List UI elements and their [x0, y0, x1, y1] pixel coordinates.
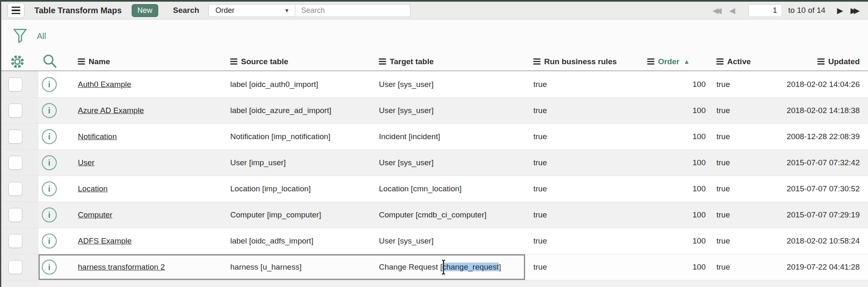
info-icon[interactable]: i [42, 260, 57, 275]
cell-updated[interactable]: 2018-02-02 14:04:26 [774, 71, 868, 97]
cell-target-table[interactable]: Location [cmn_location] [378, 176, 525, 202]
cell-run-business-rules[interactable]: true [525, 202, 643, 228]
column-header-source_table[interactable]: Source table [229, 53, 378, 70]
cell-active[interactable]: true [707, 176, 774, 202]
column-header-active[interactable]: Active [707, 53, 774, 70]
first-page-button[interactable]: ◀◀ [712, 7, 721, 14]
list-personalize-button[interactable] [10, 54, 25, 70]
cell-updated[interactable]: 2008-12-28 22:08:39 [774, 124, 868, 150]
record-name-link[interactable]: ADFS Example [78, 236, 132, 246]
chevron-down-icon: ▼ [284, 7, 289, 14]
cell-source-table[interactable]: label [oidc_auth0_import] [229, 71, 378, 97]
cell-active[interactable]: true [707, 228, 774, 254]
search-column-selected-value: Order [215, 6, 234, 15]
cell-order[interactable]: 100 [643, 176, 707, 202]
column-header-label: Order [658, 57, 680, 66]
record-name-link[interactable]: Notification [78, 132, 117, 141]
cell-updated[interactable]: 2015-07-07 07:30:52 [774, 176, 868, 202]
record-name-link[interactable]: harness transformation 2 [78, 263, 165, 272]
cell-updated[interactable]: 2018-02-02 14:18:38 [774, 98, 868, 123]
row-checkbox[interactable] [8, 260, 22, 274]
cell-active[interactable]: true [707, 202, 774, 228]
cell-active[interactable]: true [707, 98, 774, 123]
info-icon[interactable]: i [42, 181, 57, 196]
cell-order[interactable]: 100 [643, 254, 707, 280]
info-icon[interactable]: i [42, 103, 57, 118]
cell-target-table[interactable]: Computer [cmdb_ci_computer] [378, 202, 525, 228]
cell-run-business-rules[interactable]: true [525, 150, 643, 176]
cell-updated[interactable]: 2015-07-07 07:32:42 [774, 150, 868, 176]
cell-source-table[interactable]: Computer [imp_computer] [229, 202, 378, 228]
row-checkbox[interactable] [8, 77, 22, 92]
record-name-link[interactable]: Auth0 Example [78, 80, 131, 89]
column-header-run_business_rules[interactable]: Run business rules [525, 53, 643, 70]
cell-updated[interactable]: 2019-07-22 04:41:28 [774, 254, 868, 280]
row-checkbox[interactable] [8, 234, 22, 248]
cell-run-business-rules[interactable]: true [525, 98, 643, 123]
cell-active[interactable]: true [707, 124, 774, 150]
filter-toggle-button[interactable] [12, 28, 28, 44]
row-checkbox[interactable] [8, 208, 22, 222]
cell-order[interactable]: 100 [643, 150, 707, 176]
cell-source-table[interactable]: Notification [imp_notification] [229, 124, 378, 150]
info-icon[interactable]: i [42, 129, 57, 144]
cell-order[interactable]: 100 [643, 98, 707, 123]
column-header-updated[interactable]: Updated [774, 53, 868, 70]
cell-run-business-rules[interactable]: true [525, 71, 643, 97]
cell-target-table[interactable]: User [sys_user] [378, 71, 525, 97]
cell-source-table[interactable]: label [oidc_azure_ad_import] [229, 98, 378, 123]
column-header-order[interactable]: Order▲ [643, 53, 707, 70]
cell-updated[interactable]: 2018-02-02 10:58:24 [774, 228, 868, 254]
cell-source-table[interactable]: User [imp_user] [229, 150, 378, 176]
record-name-link[interactable]: Azure AD Example [78, 106, 144, 115]
search-column-select[interactable]: Order ▼ [208, 4, 295, 17]
filter-breadcrumb-all[interactable]: All [37, 31, 46, 41]
cell-order[interactable]: 100 [643, 124, 707, 150]
row-checkbox[interactable] [8, 182, 22, 196]
row-checkbox[interactable] [8, 130, 22, 144]
page-input[interactable] [748, 4, 782, 17]
cell-target-table[interactable]: User [sys_user] [378, 228, 525, 254]
info-icon[interactable]: i [42, 234, 57, 248]
row-checkbox[interactable] [8, 104, 22, 118]
list-context-menu-button[interactable] [7, 3, 24, 18]
cell-source-table[interactable]: label [oidc_adfs_import] [229, 228, 378, 254]
row-checkbox[interactable] [8, 156, 22, 170]
cell-target-table[interactable]: Incident [incident] [378, 124, 525, 150]
table-row: i harness transformation 2 harness [u_ha… [1, 254, 868, 280]
cell-order[interactable]: 100 [643, 228, 707, 254]
info-icon[interactable]: i [42, 155, 57, 170]
cell-updated[interactable]: 2015-07-07 07:29:19 [774, 202, 868, 228]
cell-active[interactable]: true [707, 150, 774, 176]
new-button[interactable]: New [132, 4, 158, 17]
cell-run-business-rules[interactable]: true [525, 124, 643, 150]
cell-run-business-rules[interactable]: true [525, 228, 643, 254]
last-page-button[interactable]: ▶▶ [851, 7, 860, 14]
cell-source-table[interactable]: harness [u_harness] [229, 254, 378, 280]
cell-info: i [39, 228, 78, 254]
cell-active[interactable]: true [707, 254, 774, 280]
cell-run-business-rules[interactable]: true [525, 254, 643, 280]
list-search-toggle-button[interactable] [39, 53, 78, 70]
cell-run-business-rules[interactable]: true [525, 176, 643, 202]
search-input[interactable] [295, 4, 410, 17]
cell-order[interactable]: 100 [643, 202, 707, 228]
column-header-target_table[interactable]: Target table [378, 53, 525, 70]
record-name-link[interactable]: Computer [78, 210, 112, 219]
cell-target-table[interactable]: User [sys_user] [378, 150, 525, 176]
info-icon[interactable]: i [42, 77, 57, 92]
cell-active[interactable]: true [707, 71, 774, 97]
table-list-window: Table Transform Maps New Search Order ▼ … [0, 0, 868, 287]
cell-target-table[interactable]: User [sys_user] [378, 98, 525, 123]
cell-source-table[interactable]: Location [imp_location] [229, 176, 378, 202]
cell-order[interactable]: 100 [643, 71, 707, 97]
target-table-value: Incident [incident] [379, 132, 440, 141]
cell-target-table[interactable]: Change Request [change_request] [378, 254, 525, 280]
next-page-button[interactable]: ▶ [837, 7, 843, 14]
record-name-link[interactable]: Location [78, 184, 108, 193]
column-header-name[interactable]: Name [78, 53, 229, 70]
column-menu-icon [716, 58, 723, 65]
info-icon[interactable]: i [42, 207, 57, 222]
prev-page-button[interactable]: ◀ [729, 7, 735, 14]
record-name-link[interactable]: User [78, 158, 94, 167]
